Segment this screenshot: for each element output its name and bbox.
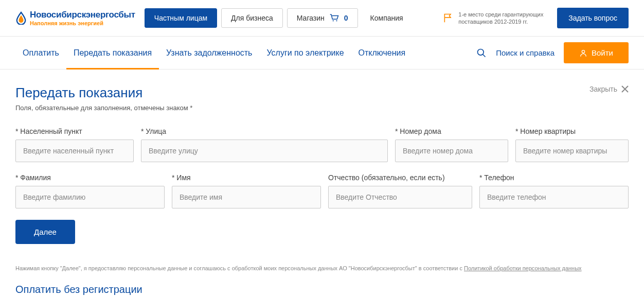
city-input[interactable] <box>15 140 134 162</box>
login-button[interactable]: Войти <box>564 42 629 63</box>
ask-question-button[interactable]: Задать вопрос <box>557 8 629 28</box>
pay-without-registration-title: Оплатить без регистрации <box>15 284 629 295</box>
logo[interactable]: Новосибирскэнергосбыт Наполняя жизнь эне… <box>15 10 135 26</box>
svg-point-2 <box>478 49 484 55</box>
close-icon <box>621 85 629 93</box>
page-title: Передать показания <box>15 85 142 101</box>
lastname-input[interactable] <box>15 186 165 208</box>
city-label: * Населенный пункт <box>15 127 134 135</box>
shop-label: Магазин <box>297 14 325 22</box>
lastname-label: * Фамилия <box>15 173 165 182</box>
subnav-debt[interactable]: Узнать задолженность <box>159 37 259 69</box>
apartment-label: * Номер квартиры <box>515 127 629 135</box>
nav-private-button[interactable]: Частным лицам <box>145 8 217 28</box>
logo-subtitle: Наполняя жизнь энергией <box>30 20 135 26</box>
subnav-pay[interactable]: Оплатить <box>15 37 66 69</box>
subnav-services[interactable]: Услуги по электрике <box>259 37 351 69</box>
logo-title: Новосибирскэнергосбыт <box>30 10 135 20</box>
close-button[interactable]: Закрыть <box>589 85 629 93</box>
consent-pre: Нажимая кнопку "Далее", я предоставляю п… <box>15 265 464 271</box>
required-hint: Поля, обязательные для заполнения, отмеч… <box>15 104 629 112</box>
drop-icon <box>15 11 27 25</box>
subnav-submit[interactable]: Передать показания <box>66 37 159 69</box>
consent-text: Нажимая кнопку "Далее", я предоставляю п… <box>15 265 629 272</box>
login-label: Войти <box>592 48 613 57</box>
nav-shop-button[interactable]: Магазин 0 <box>287 8 358 28</box>
nav-business-button[interactable]: Для бизнеса <box>221 8 283 28</box>
next-button[interactable]: Далее <box>15 220 75 244</box>
privacy-policy-link[interactable]: Политикой обработки персональных данных <box>464 265 582 271</box>
house-input[interactable] <box>395 140 508 162</box>
svg-point-1 <box>336 20 337 21</box>
svg-point-3 <box>582 50 584 53</box>
patronymic-label: Отчество (обязательно, если есть) <box>328 173 472 182</box>
street-label: * Улица <box>141 127 388 135</box>
cart-icon <box>330 14 339 22</box>
search-icon[interactable] <box>476 48 487 58</box>
search-link[interactable]: Поиск и справка <box>496 48 554 57</box>
patronymic-input[interactable] <box>328 186 472 208</box>
phone-label: * Телефон <box>479 173 629 182</box>
firstname-input[interactable] <box>172 186 321 208</box>
flag-icon <box>443 13 453 23</box>
award-text: 1-е место среди гарантирующих поставщико… <box>458 11 546 26</box>
subnav-outages[interactable]: Отключения <box>351 37 413 69</box>
cart-count: 0 <box>344 14 348 22</box>
street-input[interactable] <box>141 140 388 162</box>
apartment-input[interactable] <box>515 140 629 162</box>
phone-input[interactable] <box>479 186 629 208</box>
svg-point-0 <box>332 20 333 21</box>
firstname-label: * Имя <box>172 173 321 182</box>
user-icon <box>579 49 587 57</box>
close-label: Закрыть <box>589 85 617 93</box>
nav-company-link[interactable]: Компания <box>362 9 412 27</box>
house-label: * Номер дома <box>395 127 508 135</box>
